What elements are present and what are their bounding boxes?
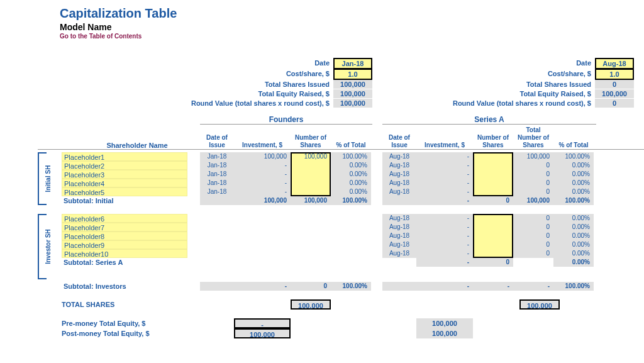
cell-f-inv: -: [234, 187, 291, 196]
founders-roundval: 100,000: [333, 99, 372, 108]
cell-a-pct: 0.00%: [553, 161, 594, 170]
cell-a-shares-input[interactable]: [473, 223, 513, 232]
cell-a-date: Aug-18: [382, 152, 416, 161]
shareholder-name-input[interactable]: Placeholder1: [62, 152, 187, 161]
cell-a-pct: 0.00%: [553, 249, 594, 258]
pre-money-a: 100,000: [416, 318, 473, 328]
cell-a-inv: -: [416, 179, 473, 187]
shareholder-name-input[interactable]: Placeholder5: [62, 187, 187, 196]
toc-link[interactable]: Go to the Table of Contents: [60, 33, 644, 40]
cell-a-shares-input[interactable]: [473, 214, 513, 223]
cell-a-inv: -: [416, 152, 473, 161]
shareholder-name-input[interactable]: Placeholder6: [62, 214, 187, 223]
cell-f-date: Jan-18: [200, 179, 234, 187]
shareholder-name-input[interactable]: Placeholder7: [62, 223, 187, 232]
label-date-2: Date: [411, 59, 595, 69]
cell-a-pct: 0.00%: [553, 214, 594, 223]
table-row: Placeholder4Jan-18-0.00%Aug-18-00.00%: [38, 179, 644, 187]
cell-a-tot: 0: [513, 161, 553, 170]
col-a-pct: % of Total: [553, 142, 594, 149]
total-shares-label: TOTAL SHARES: [62, 299, 211, 310]
cell-f-pct: 100.00%: [331, 152, 371, 161]
cell-f-date: Jan-18: [200, 170, 234, 179]
table-row: Placeholder5Jan-18-0.00%Aug-18-00.00%: [38, 187, 644, 196]
table-row: Placeholder10Aug-18-00.00%: [38, 249, 644, 258]
cell-f-date: Jan-18: [200, 187, 234, 196]
table-row: Placeholder3Jan-18-0.00%Aug-18-00.00%: [38, 170, 644, 179]
seriesa-date-input[interactable]: Aug-18: [595, 58, 634, 69]
cell-f-pct: 0.00%: [331, 170, 371, 179]
col-shareholder: Shareholder Name: [62, 142, 200, 149]
cell-a-shares-input[interactable]: [473, 187, 513, 196]
col-f-shares: Number of Shares: [291, 134, 331, 149]
cell-f-inv: -: [234, 179, 291, 187]
shareholder-name-input[interactable]: Placeholder2: [62, 161, 187, 170]
cell-f-date: Jan-18: [200, 161, 234, 170]
table-row: Placeholder6Aug-18-00.00%: [38, 214, 644, 223]
model-name: Model Name: [60, 22, 644, 32]
subtotal-initial: Subtotal: Initial 100,000 100,000 100.00…: [38, 196, 644, 205]
shareholder-name-input[interactable]: Placeholder4: [62, 179, 187, 187]
cell-f-shares-input[interactable]: [291, 170, 331, 179]
subtotal-investors: Subtotal: Investors - 0 100.00% - - - 10…: [38, 282, 644, 291]
table-row: Placeholder9Aug-18-00.00%: [38, 240, 644, 249]
cell-a-date: Aug-18: [382, 161, 416, 170]
cell-a-date: Aug-18: [382, 187, 416, 196]
cell-a-inv: -: [416, 161, 473, 170]
cell-f-shares-input[interactable]: [291, 179, 331, 187]
cell-a-inv: -: [416, 187, 473, 196]
cell-a-shares-input[interactable]: [473, 232, 513, 240]
cell-a-tot: 0: [513, 170, 553, 179]
seriesa-equity: 100,000: [595, 89, 634, 98]
cell-f-pct: 0.00%: [331, 161, 371, 170]
cell-a-tot: 0: [513, 187, 553, 196]
cell-a-pct: 0.00%: [553, 187, 594, 196]
col-a-date: Date of Issue: [382, 134, 416, 149]
bracket-investor: Investor SH: [38, 214, 47, 279]
cell-f-shares-input[interactable]: 100,000: [291, 152, 331, 161]
shareholder-name-input[interactable]: Placeholder9: [62, 240, 187, 249]
col-a-tot: Total Number of Shares: [513, 126, 553, 149]
cell-a-date: Aug-18: [382, 240, 416, 249]
cell-a-shares-input[interactable]: [473, 249, 513, 258]
shareholder-name-input[interactable]: Placeholder3: [62, 170, 187, 179]
cell-a-date: Aug-18: [382, 232, 416, 240]
cell-a-tot: 0: [513, 179, 553, 187]
cell-a-shares-input[interactable]: [473, 161, 513, 170]
cell-a-tot: 0: [513, 240, 553, 249]
seriesa-cost-input[interactable]: 1.0: [595, 69, 634, 80]
label-shares-2: Total Shares Issued: [411, 80, 595, 89]
cell-a-date: Aug-18: [382, 170, 416, 179]
label-roundval: Round Value (total shares x round cost),…: [38, 99, 333, 108]
table-row: Placeholder8Aug-18-00.00%: [38, 232, 644, 240]
founders-date-input[interactable]: Jan-18: [333, 58, 372, 69]
label-cost-2: Cost/share, $: [411, 69, 595, 79]
cell-a-shares-input[interactable]: [473, 152, 513, 161]
cell-a-inv: -: [416, 223, 473, 232]
bracket-initial: Initial SH: [38, 152, 47, 205]
cell-a-inv: -: [416, 240, 473, 249]
cell-a-shares-input[interactable]: [473, 170, 513, 179]
cell-f-shares-input[interactable]: [291, 187, 331, 196]
cell-a-date: Aug-18: [382, 249, 416, 258]
cell-a-shares-input[interactable]: [473, 179, 513, 187]
col-f-pct: % of Total: [331, 142, 371, 149]
shareholder-name-input[interactable]: Placeholder10: [62, 249, 187, 258]
cell-f-pct: 0.00%: [331, 187, 371, 196]
pre-money-f: -: [234, 318, 291, 328]
cell-f-inv: -: [234, 170, 291, 179]
cell-f-shares-input[interactable]: [291, 161, 331, 170]
seriesa-roundval: 0: [595, 99, 634, 108]
label-equity-2: Total Equity Raised, $: [411, 89, 595, 98]
post-money-f: 100,000: [234, 328, 291, 338]
table-row: Placeholder7Aug-18-00.00%: [38, 223, 644, 232]
shareholder-name-input[interactable]: Placeholder8: [62, 232, 187, 240]
founders-cost-input[interactable]: 1.0: [333, 69, 372, 80]
cell-a-inv: -: [416, 232, 473, 240]
cell-a-inv: -: [416, 214, 473, 223]
cell-a-shares-input[interactable]: [473, 240, 513, 249]
label-shares: Total Shares Issued: [38, 80, 333, 89]
page-title: Capitalization Table: [60, 6, 644, 21]
seriesa-shares: 0: [595, 80, 634, 89]
cell-a-date: Aug-18: [382, 223, 416, 232]
